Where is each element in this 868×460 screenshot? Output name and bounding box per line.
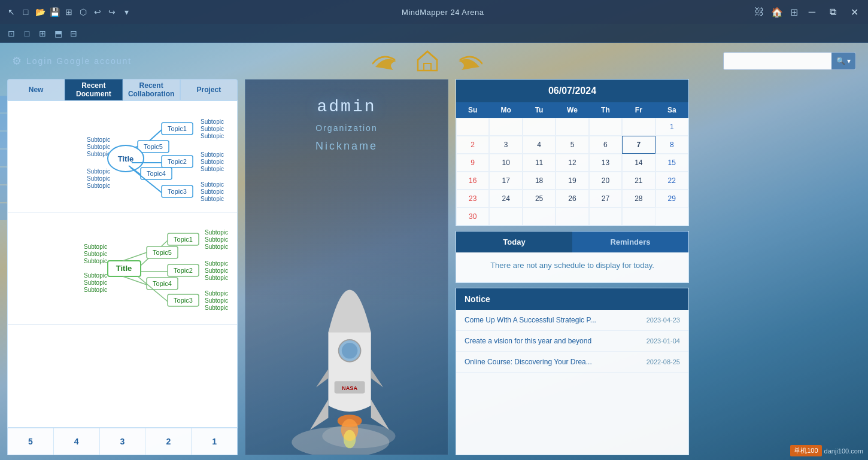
page-btn-5[interactable]: 5 <box>8 428 54 455</box>
profile-nickname: Nickname <box>315 140 378 153</box>
calendar-day[interactable]: 12 <box>556 154 588 172</box>
calendar-day[interactable]: 29 <box>655 190 688 208</box>
notice-title[interactable]: Online Course: Discovering Your Drea... <box>465 358 642 366</box>
dropdown-icon[interactable]: ▾ <box>121 7 132 17</box>
redo-icon[interactable]: ↪ <box>107 7 117 17</box>
calendar-day[interactable] <box>556 208 588 226</box>
logo <box>372 49 482 73</box>
calendar-day[interactable]: 13 <box>589 154 622 172</box>
calendar-day[interactable]: 5 <box>556 136 588 154</box>
calendar-day[interactable]: 9 <box>456 154 489 172</box>
calendar-day[interactable]: 19 <box>556 172 588 190</box>
search-input[interactable] <box>724 53 831 69</box>
calendar-day[interactable]: 21 <box>622 172 655 190</box>
toolbar-btn-2[interactable]: □ <box>20 27 34 40</box>
calendar-day[interactable]: 25 <box>523 190 556 208</box>
calendar-day[interactable]: 20 <box>589 172 622 190</box>
tab-new[interactable]: New <box>7 79 65 100</box>
no-schedule-text: There are not any schedule to display fo… <box>465 261 680 270</box>
calendar-day[interactable]: 27 <box>589 190 622 208</box>
calendar-day[interactable]: 3 <box>489 136 522 154</box>
save-icon[interactable]: 💾 <box>49 7 60 17</box>
side-tab-1 <box>0 96 7 112</box>
login-text[interactable]: Login Google account <box>26 56 132 66</box>
toolbar-btn-5[interactable]: ⊟ <box>67 27 80 40</box>
page-btn-3[interactable]: 3 <box>100 428 146 455</box>
calendar-day[interactable] <box>589 208 622 226</box>
calendar-day[interactable]: 7 <box>622 136 655 154</box>
tab-recent-collaboration[interactable]: RecentCollaboration <box>123 79 180 100</box>
calendar-day[interactable]: 4 <box>523 136 556 154</box>
titlebar: ↖ □ 📂 💾 ⊞ ⬡ ↩ ↪ ▾ MindMapper 24 Arena ⛓ … <box>0 0 868 24</box>
notice-title[interactable]: Create a vision for this year and beyond <box>465 337 642 345</box>
calendar-day[interactable]: 1 <box>655 118 688 136</box>
calendar-day[interactable]: 6 <box>589 136 622 154</box>
page-btn-2[interactable]: 2 <box>145 428 192 455</box>
undo-icon[interactable]: ↩ <box>92 7 103 17</box>
tab-recent-document[interactable]: RecentDocument <box>65 79 122 100</box>
calendar-day[interactable] <box>622 118 655 136</box>
mindmap-item-1[interactable]: Topic1 Subtopic Subtopic Subtopic Topic5… <box>8 101 237 213</box>
new-icon[interactable]: □ <box>20 7 31 17</box>
notice-header: Notice <box>456 288 688 310</box>
settings-icon[interactable]: ⚙ <box>12 54 22 68</box>
calendar-day[interactable] <box>456 118 489 136</box>
tab-reminders[interactable]: Reminders <box>572 231 688 252</box>
notice-title[interactable]: Come Up With A Successful Strategic P... <box>465 316 642 324</box>
svg-text:Subtopic: Subtopic <box>84 287 107 293</box>
svg-text:Topic4: Topic4 <box>153 280 172 287</box>
export-icon[interactable]: ⊞ <box>63 7 74 17</box>
open-icon[interactable]: 📂 <box>35 7 45 17</box>
maximize-button[interactable]: ⧉ <box>826 7 840 17</box>
grid-icon[interactable]: ⊞ <box>790 7 798 18</box>
calendar-day[interactable]: 16 <box>456 172 489 190</box>
calendar-day[interactable] <box>523 118 556 136</box>
calendar-day[interactable]: 28 <box>622 190 655 208</box>
calendar-day[interactable]: 17 <box>489 172 522 190</box>
toolbar-btn-1[interactable]: ⊡ <box>5 27 18 40</box>
calendar-day[interactable]: 2 <box>456 136 489 154</box>
calendar-day[interactable]: 14 <box>622 154 655 172</box>
calendar-day[interactable]: 22 <box>655 172 688 190</box>
mindmap-item-2[interactable]: Title Topic1 Subtopic Subtopic Subtopic … <box>8 213 237 325</box>
calendar-day[interactable] <box>489 208 522 226</box>
share-icon[interactable]: ⬡ <box>78 7 89 17</box>
calendar-day[interactable]: 18 <box>523 172 556 190</box>
calendar-day[interactable]: 8 <box>655 136 688 154</box>
calendar-day[interactable] <box>556 118 588 136</box>
svg-text:Subtopic: Subtopic <box>201 196 224 202</box>
tab-project[interactable]: Project <box>180 79 238 100</box>
calendar-day[interactable]: 24 <box>489 190 522 208</box>
calendar-day[interactable] <box>489 118 522 136</box>
svg-text:Subtopic: Subtopic <box>205 229 228 236</box>
home-icon[interactable]: 🏠 <box>771 7 783 18</box>
cursor-icon[interactable]: ↖ <box>6 7 17 17</box>
search-button[interactable]: 🔍 ▾ <box>831 53 855 69</box>
toolbar-btn-3[interactable]: ⊞ <box>36 27 49 40</box>
logo-house <box>415 49 439 73</box>
logo-left-wing <box>372 49 414 73</box>
weekday-tu: Tu <box>523 102 556 118</box>
calendar-day[interactable]: 30 <box>456 208 489 226</box>
weekday-mo: Mo <box>489 102 522 118</box>
page-btn-1[interactable]: 1 <box>192 428 237 455</box>
calendar-day[interactable] <box>622 208 655 226</box>
share-link-icon[interactable]: ⛓ <box>754 7 764 17</box>
calendar-day[interactable]: 23 <box>456 190 489 208</box>
calendar-day[interactable]: 11 <box>523 154 556 172</box>
center-panel: admin Organization Nickname <box>245 79 448 455</box>
svg-text:Subtopic: Subtopic <box>87 136 110 143</box>
schedule-section: Today Reminders There are not any schedu… <box>456 231 689 283</box>
calendar-day[interactable]: 10 <box>489 154 522 172</box>
calendar-day[interactable]: 26 <box>556 190 588 208</box>
calendar-day[interactable] <box>589 118 622 136</box>
minimize-button[interactable]: ─ <box>805 7 819 17</box>
toolbar-btn-4[interactable]: ⬒ <box>51 27 65 40</box>
calendar-day[interactable]: 15 <box>655 154 688 172</box>
page-btn-4[interactable]: 4 <box>54 428 100 455</box>
calendar-day[interactable] <box>523 208 556 226</box>
tab-today[interactable]: Today <box>456 231 572 252</box>
document-content[interactable]: Topic1 Subtopic Subtopic Subtopic Topic5… <box>7 100 238 428</box>
close-button[interactable]: ✕ <box>847 7 862 18</box>
watermark-url: danji100.com <box>824 447 863 455</box>
